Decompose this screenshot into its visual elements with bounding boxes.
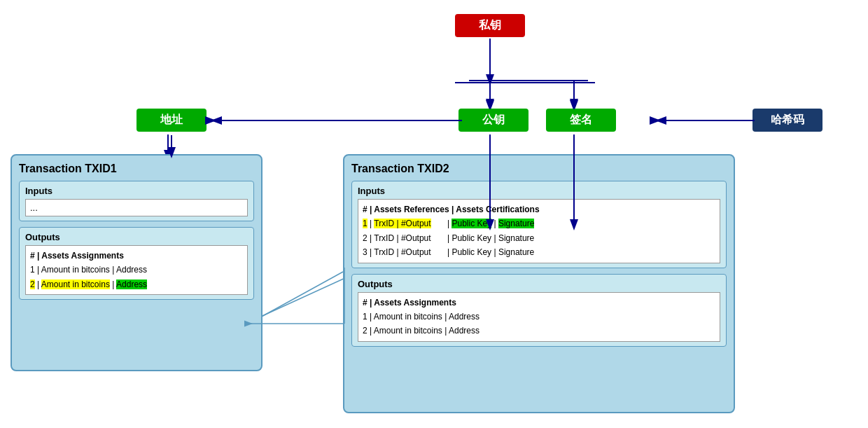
tx2-inputs-section: Inputs # | Assets References | Assets Ce… (351, 181, 727, 268)
tx1-inputs-label: Inputs (25, 186, 248, 196)
tx2-outputs-section: Outputs # | Assets Assignments 1 | Amoun… (351, 274, 727, 347)
tx2-input-row-2: 2 | TrxID | #Output | Public Key | Signa… (363, 231, 715, 245)
tx2-title: Transaction TXID2 (351, 163, 727, 175)
tx2-row1-sig: Signature (498, 219, 534, 228)
diagram-container: 私钥 地址 公钥 签名 哈希码 Transaction TXID1 Inputs… (0, 0, 868, 428)
tx1-row2-num: 2 (30, 279, 35, 289)
tx2-input-row-3: 3 | TrxID | #Output | Public Key | Signa… (363, 245, 715, 259)
tx2-input-row-1: 1 | TrxID | #Output | Public Key | Signa… (363, 216, 715, 230)
tx1-title: Transaction TXID1 (19, 163, 254, 175)
tx2-outputs-table: # | Assets Assignments 1 | Amount in bit… (358, 292, 720, 342)
tx1-outputs-section: Outputs # | Assets Assignments 1 | Amoun… (19, 227, 254, 300)
hashcode-button: 哈希码 (752, 109, 822, 132)
tx2-row1-sep3: | (494, 219, 498, 228)
private-key-button: 私钥 (455, 14, 525, 37)
tx1-row2-sep1: | (37, 279, 41, 289)
tx2-row1-sep2: | (433, 219, 451, 228)
tx1-outputs-table: # | Assets Assignments 1 | Amount in bit… (25, 245, 248, 295)
tx2-assets-header: # | Assets Assignments (363, 296, 715, 310)
tx1-row2-address: Address (116, 279, 147, 289)
tx1-output-row-1: 1 | Amount in bitcoins | Address (30, 263, 243, 277)
tx1-outputs-label: Outputs (25, 232, 248, 242)
tx2-row1-pubkey: Public Key (451, 219, 491, 228)
tx2-row1-ref: TrxID | #Output (374, 219, 430, 228)
tx1-inputs-content: ... (25, 199, 248, 216)
tx1-assets-header: # | Assets Assignments (30, 249, 243, 263)
public-key-button: 公钥 (458, 109, 528, 132)
tx2-inputs-table: # | Assets References | Assets Certifica… (358, 199, 720, 263)
tx2-outputs-label: Outputs (358, 279, 720, 289)
transaction-txid1-box: Transaction TXID1 Inputs ... Outputs # |… (10, 154, 262, 371)
tx1-row2-amount: Amount in bitcoins (41, 279, 110, 289)
signature-button: 签名 (546, 109, 616, 132)
tx1-inputs-section: Inputs ... (19, 181, 254, 221)
tx2-assets-ref-header: # | Assets References | Assets Certifica… (363, 202, 715, 216)
tx2-row1-num: 1 (363, 219, 368, 228)
tx2-inputs-label: Inputs (358, 186, 720, 196)
transaction-txid2-box: Transaction TXID2 Inputs # | Assets Refe… (343, 154, 735, 413)
tx2-output-row-2: 2 | Amount in bitcoins | Address (363, 324, 715, 338)
tx1-inputs-placeholder: ... (30, 202, 38, 213)
tx2-output-row-1: 1 | Amount in bitcoins | Address (363, 310, 715, 324)
tx1-output-row-2: 2 | Amount in bitcoins | Address (30, 277, 243, 291)
address-button: 地址 (136, 109, 206, 132)
